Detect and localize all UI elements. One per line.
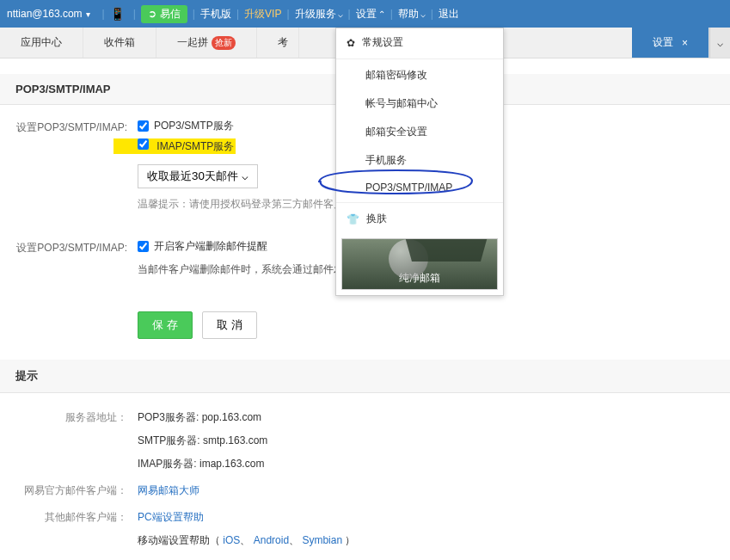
menu-account-center[interactable]: 帐号与邮箱中心: [336, 89, 503, 118]
chevron-down-icon[interactable]: ▾: [86, 9, 90, 19]
tab-app-center[interactable]: 应用中心: [0, 28, 83, 58]
separator: |: [431, 8, 433, 20]
checkbox-label: 开启客户端删除邮件提醒: [154, 239, 267, 254]
fetch-range-dropdown[interactable]: 收取最近30天邮件 ⌵: [138, 164, 258, 188]
cancel-button[interactable]: 取 消: [202, 311, 257, 339]
checkbox-input[interactable]: [138, 120, 149, 132]
separator: |: [348, 8, 351, 20]
menu-security[interactable]: 邮箱安全设置: [336, 118, 503, 146]
settings-dropdown-menu: ✿ 常规设置 邮箱密码修改 帐号与邮箱中心 邮箱安全设置 手机服务 POP3/S…: [335, 28, 504, 296]
ios-link[interactable]: iOS: [223, 534, 240, 546]
settings-link[interactable]: 设置⌃: [356, 7, 385, 22]
server-pop3: POP3服务器: pop.163.com: [138, 410, 730, 425]
info-label-server: 服务器地址：: [0, 410, 138, 471]
info-label-other: 其他邮件客户端：: [0, 510, 138, 548]
separator: |: [286, 8, 289, 20]
separator: |: [102, 8, 105, 20]
yixin-link[interactable]: ➲易信: [141, 5, 187, 23]
checkbox-label: POP3/SMTP服务: [154, 119, 234, 133]
save-button[interactable]: 保 存: [138, 311, 193, 339]
form-label-protocol: 设置POP3/SMTP/IMAP:: [0, 119, 138, 212]
tab-partial[interactable]: 考: [257, 28, 299, 58]
menu-password[interactable]: 邮箱密码修改: [336, 61, 503, 89]
info-label-official: 网易官方邮件客户端：: [0, 483, 138, 498]
separator: |: [193, 8, 195, 20]
tips-section: 服务器地址： POP3服务器: pop.163.com SMTP服务器: smt…: [0, 410, 730, 560]
tab-settings[interactable]: 设置 ×: [632, 28, 709, 58]
menu-label: POP3/SMTP/IMAP: [365, 182, 452, 194]
pc-setup-link[interactable]: PC端设置帮助: [138, 511, 204, 523]
help-link[interactable]: 帮助⌵: [398, 7, 426, 22]
divider: [336, 202, 503, 203]
server-imap: IMAP服务器: imap.163.com: [138, 457, 730, 471]
separator: |: [133, 8, 136, 20]
tab-inbox[interactable]: 收件箱: [83, 28, 156, 58]
separator: |: [236, 8, 239, 20]
mobile-setup-help: 移动端设置帮助（ iOS、 Android、 Symbian ）: [138, 533, 730, 548]
chevron-down-icon: ⌵: [242, 169, 248, 182]
tab-yiqipin[interactable]: 一起拼 抢新: [156, 28, 257, 58]
account-email[interactable]: nttian@163.com: [7, 8, 83, 20]
chevron-down-icon: ⌵: [420, 9, 426, 19]
separator: |: [390, 8, 393, 20]
gear-icon: ✿: [347, 37, 355, 49]
mobile-link[interactable]: 手机版: [200, 7, 231, 22]
tab-expand-button[interactable]: ⌵: [709, 28, 730, 58]
menu-label: 常规设置: [362, 35, 403, 50]
tab-label: 一起拼: [177, 35, 208, 50]
new-badge: 抢新: [212, 36, 236, 50]
android-link[interactable]: Android: [254, 534, 289, 546]
promo-label: 纯净邮箱: [399, 271, 440, 286]
section-header-tips: 提示: [0, 360, 730, 393]
official-client-link[interactable]: 网易邮箱大师: [138, 484, 199, 496]
menu-skin[interactable]: 👕 换肤: [336, 205, 503, 233]
checkbox-input[interactable]: [138, 241, 149, 252]
shirt-icon: 👕: [347, 213, 359, 225]
chevron-down-icon: ⌵: [338, 9, 343, 19]
menu-pop3-smtp-imap[interactable]: POP3/SMTP/IMAP: [336, 175, 503, 200]
form-label-delete-notify: 设置POP3/SMTP/IMAP:: [0, 239, 138, 277]
yixin-label: 易信: [160, 7, 181, 22]
logout-link[interactable]: 退出: [439, 7, 459, 22]
yixin-icon: ➲: [148, 8, 156, 20]
dropdown-label: 收取最近30天邮件: [147, 169, 238, 182]
vip-link[interactable]: 升级VIP: [244, 7, 281, 22]
divider: [336, 58, 503, 59]
close-icon[interactable]: ×: [682, 37, 688, 49]
chevron-down-icon: ⌵: [717, 37, 723, 49]
upgrade-service-link[interactable]: 升级服务⌵: [295, 7, 343, 22]
symbian-link[interactable]: Symbian: [302, 534, 342, 546]
menu-general-settings[interactable]: ✿ 常规设置: [336, 28, 503, 57]
top-bar: nttian@163.com ▾ | 📱 | ➲易信 | 手机版 | 升级VIP…: [0, 0, 730, 28]
menu-label: 换肤: [366, 212, 387, 226]
highlight-annotation: [113, 138, 138, 154]
tab-label: 设置: [653, 35, 673, 50]
phone-icon[interactable]: 📱: [110, 7, 125, 21]
server-smtp: SMTP服务器: smtp.163.com: [138, 434, 730, 448]
chevron-up-icon: ⌃: [378, 9, 385, 19]
menu-mobile-service[interactable]: 手机服务: [336, 146, 503, 175]
promo-banner[interactable]: 纯净邮箱: [341, 238, 498, 290]
checkbox-label: IMAP/SMTP服务: [156, 140, 234, 152]
checkbox-input[interactable]: [138, 138, 149, 150]
